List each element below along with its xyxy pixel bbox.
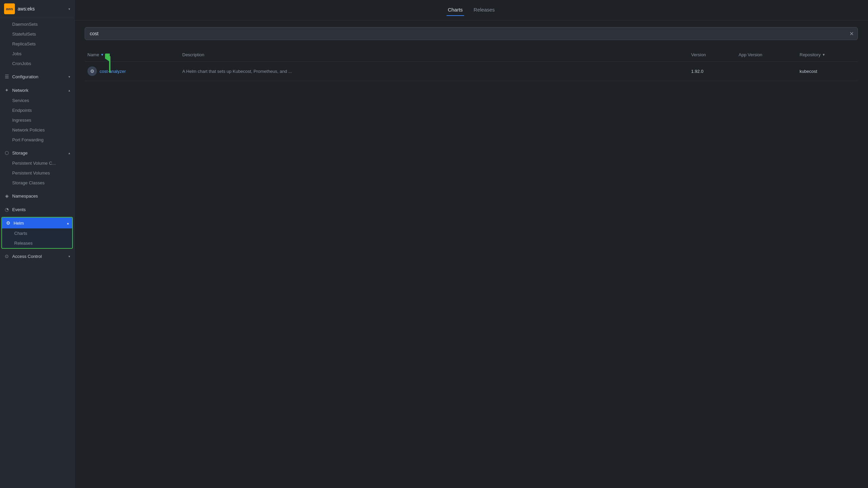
sidebar-item-daemonsets[interactable]: DaemonSets xyxy=(0,19,74,29)
table-with-arrow: Name ▼ Description Version App Version R… xyxy=(85,48,858,81)
sidebar-item-statefulsets[interactable]: StatefulSets xyxy=(0,29,74,39)
sidebar-section-helm[interactable]: ⚙ Helm ▴ xyxy=(2,218,72,228)
arrow-up-indicator xyxy=(105,54,115,75)
configuration-icon: ☰ xyxy=(4,74,9,79)
cluster-name: aws:eks xyxy=(18,6,35,12)
search-input[interactable] xyxy=(85,27,858,40)
column-name[interactable]: Name ▼ xyxy=(85,51,180,59)
table-header: Name ▼ Description Version App Version R… xyxy=(85,48,858,62)
repository-filter-icon: ▼ xyxy=(822,53,825,57)
access-control-chevron: ▾ xyxy=(68,255,70,258)
table-row[interactable]: ⚙ cost-analyzer A Helm chart that sets u… xyxy=(85,62,858,81)
main-content: Charts Releases ✕ xyxy=(75,0,868,488)
network-icon: ✦ xyxy=(4,87,9,93)
cell-repository: kubecost xyxy=(797,65,858,77)
green-up-arrow-svg xyxy=(105,54,115,74)
sidebar-item-persistent-volume-claims[interactable]: Persistent Volume C... xyxy=(0,158,74,168)
arrow-right-indicator xyxy=(75,28,78,39)
tab-charts[interactable]: Charts xyxy=(447,4,464,16)
sidebar-workloads: DaemonSets StatefulSets ReplicaSets Jobs… xyxy=(0,18,74,70)
access-control-icon: ⊙ xyxy=(4,253,9,259)
sidebar-namespaces: ◈ Namespaces xyxy=(0,189,74,203)
sidebar-item-persistent-volumes[interactable]: Persistent Volumes xyxy=(0,168,74,178)
sidebar-configuration-section: ☰ Configuration ▾ xyxy=(0,70,74,83)
sidebar-item-jobs[interactable]: Jobs xyxy=(0,49,74,59)
chart-icon: ⚙ xyxy=(87,66,97,76)
namespaces-icon: ◈ xyxy=(4,193,9,199)
search-input-wrapper: ✕ xyxy=(85,27,858,40)
cell-version: 1.92.0 xyxy=(688,65,736,77)
sidebar-item-charts[interactable]: Charts xyxy=(2,228,72,238)
content-area: ✕ Name xyxy=(75,20,868,488)
column-repository[interactable]: Repository ▼ xyxy=(797,51,858,59)
helm-icon: ⚙ xyxy=(5,220,11,226)
sidebar: aws aws:eks ▾ DaemonSets StatefulSets Re… xyxy=(0,0,75,488)
column-version: Version xyxy=(688,51,736,59)
sidebar-item-replicasets[interactable]: ReplicaSets xyxy=(0,39,74,49)
sidebar-item-endpoints[interactable]: Endpoints xyxy=(0,105,74,115)
configuration-chevron: ▾ xyxy=(68,75,70,79)
sidebar-network-section: ✦ Network ▴ Services Endpoints Ingresses… xyxy=(0,83,74,146)
name-sort-icon: ▼ xyxy=(101,53,104,57)
charts-table: Name ▼ Description Version App Version R… xyxy=(85,48,858,81)
sidebar-item-releases[interactable]: Releases xyxy=(2,238,72,248)
column-app-version: App Version xyxy=(736,51,797,59)
network-chevron: ▴ xyxy=(68,88,70,92)
search-clear-button[interactable]: ✕ xyxy=(849,30,854,37)
aws-logo: aws xyxy=(4,3,15,14)
storage-icon: ⬡ xyxy=(4,150,9,156)
sidebar-section-configuration[interactable]: ☰ Configuration ▾ xyxy=(0,71,74,82)
sidebar-header[interactable]: aws aws:eks ▾ xyxy=(0,0,74,18)
sidebar-access-control-section: ⊙ Access Control ▾ xyxy=(0,249,74,263)
sidebar-item-cronjobs[interactable]: CronJobs xyxy=(0,59,74,68)
tab-bar: Charts Releases xyxy=(75,0,868,20)
storage-chevron: ▴ xyxy=(68,151,70,155)
cell-name: ⚙ cost-analyzer xyxy=(85,65,180,77)
cluster-dropdown-icon[interactable]: ▾ xyxy=(68,7,70,11)
sidebar-section-namespaces[interactable]: ◈ Namespaces xyxy=(0,190,74,201)
green-right-arrow-svg xyxy=(75,28,78,39)
sidebar-section-events[interactable]: ◔ Events xyxy=(0,204,74,215)
sidebar-helm-section: ⚙ Helm ▴ Charts Releases xyxy=(1,217,73,249)
sidebar-item-ingresses[interactable]: Ingresses xyxy=(0,115,74,125)
events-icon: ◔ xyxy=(4,207,9,212)
sidebar-section-network[interactable]: ✦ Network ▴ xyxy=(0,85,74,96)
sidebar-item-port-forwarding[interactable]: Port Forwarding xyxy=(0,135,74,145)
sidebar-section-storage[interactable]: ⬡ Storage ▴ xyxy=(0,147,74,158)
helm-chevron: ▴ xyxy=(67,221,69,225)
tab-releases[interactable]: Releases xyxy=(472,4,496,16)
aws-logo-text: aws xyxy=(6,7,13,11)
column-description: Description xyxy=(180,51,688,59)
sidebar-events: ◔ Events xyxy=(0,203,74,216)
sidebar-item-network-policies[interactable]: Network Policies xyxy=(0,125,74,135)
sidebar-storage-section: ⬡ Storage ▴ Persistent Volume C... Persi… xyxy=(0,146,74,189)
sidebar-item-services[interactable]: Services xyxy=(0,96,74,105)
cell-app-version xyxy=(736,65,797,77)
sidebar-section-access-control[interactable]: ⊙ Access Control ▾ xyxy=(0,251,74,262)
cell-description: A Helm chart that sets up Kubecost, Prom… xyxy=(180,65,688,77)
search-container: ✕ xyxy=(85,27,858,40)
sidebar-item-storage-classes[interactable]: Storage Classes xyxy=(0,178,74,188)
